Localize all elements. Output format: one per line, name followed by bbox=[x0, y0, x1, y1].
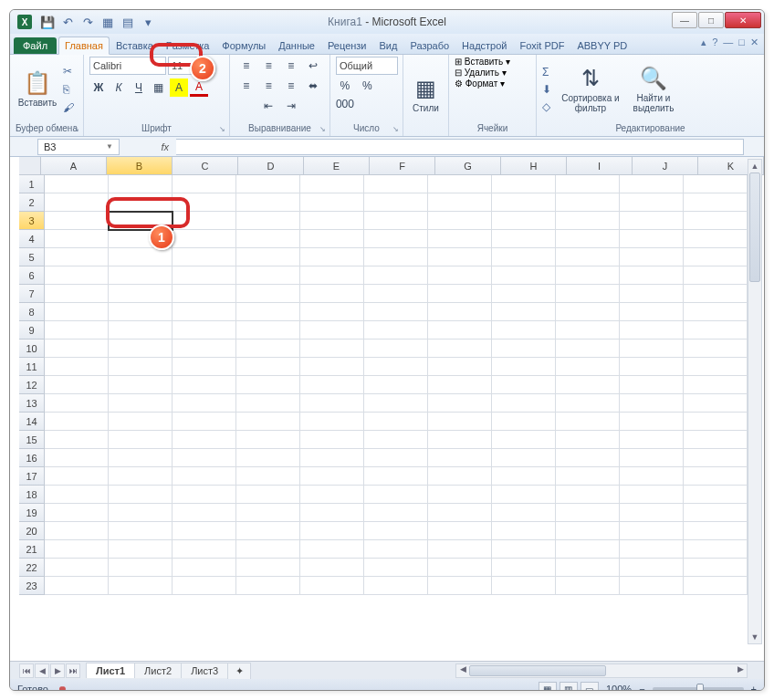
delete-cells-button[interactable]: ⊟ Удалить ▾ bbox=[455, 68, 507, 78]
doc-minimize-icon[interactable]: — bbox=[723, 37, 733, 48]
row-header-10[interactable]: 10 bbox=[19, 340, 45, 358]
row-header-5[interactable]: 5 bbox=[19, 248, 45, 266]
align-center-icon[interactable]: ≡ bbox=[259, 77, 277, 95]
cell-A12[interactable] bbox=[45, 376, 109, 394]
cell-A22[interactable] bbox=[45, 559, 109, 577]
cell-F3[interactable] bbox=[364, 212, 428, 230]
cell-H9[interactable] bbox=[492, 321, 556, 340]
cell-A18[interactable] bbox=[45, 486, 109, 504]
sheet-tab-2[interactable]: Лист2 bbox=[134, 663, 182, 678]
cell-C7[interactable] bbox=[173, 285, 236, 303]
font-dialog-icon[interactable]: ↘ bbox=[219, 125, 225, 133]
cell-C18[interactable] bbox=[173, 486, 236, 504]
scroll-right-icon[interactable]: ▶ bbox=[734, 664, 747, 677]
cell-A15[interactable] bbox=[45, 431, 109, 449]
cell-C10[interactable] bbox=[173, 340, 236, 358]
cell-H14[interactable] bbox=[492, 413, 556, 431]
cell-G14[interactable] bbox=[428, 413, 492, 431]
cell-J6[interactable] bbox=[620, 266, 684, 285]
formula-input[interactable] bbox=[176, 139, 744, 155]
cell-G15[interactable] bbox=[428, 431, 492, 449]
cell-D3[interactable] bbox=[236, 212, 300, 230]
cell-G16[interactable] bbox=[428, 449, 492, 467]
cell-H1[interactable] bbox=[492, 175, 556, 193]
cell-E2[interactable] bbox=[300, 193, 364, 212]
cell-D18[interactable] bbox=[236, 486, 300, 504]
qat-button-2[interactable]: ▤ bbox=[120, 14, 136, 30]
cell-I20[interactable] bbox=[556, 522, 620, 540]
cell-F2[interactable] bbox=[364, 193, 428, 212]
cell-D16[interactable] bbox=[236, 449, 300, 467]
col-header-D[interactable]: D bbox=[238, 157, 304, 175]
cell-A9[interactable] bbox=[45, 321, 109, 340]
cell-D22[interactable] bbox=[236, 559, 300, 577]
cell-I12[interactable] bbox=[556, 376, 620, 394]
row-header-11[interactable]: 11 bbox=[19, 358, 45, 376]
row-header-1[interactable]: 1 bbox=[19, 175, 45, 193]
cell-E18[interactable] bbox=[300, 486, 364, 504]
cell-F23[interactable] bbox=[364, 577, 428, 595]
cell-D23[interactable] bbox=[236, 577, 300, 595]
cell-D11[interactable] bbox=[236, 358, 300, 376]
col-header-I[interactable]: I bbox=[567, 157, 633, 175]
cell-F16[interactable] bbox=[364, 449, 428, 467]
sheet-nav-first-icon[interactable]: ⏮ bbox=[19, 663, 34, 678]
cell-H22[interactable] bbox=[492, 559, 556, 577]
cell-K14[interactable] bbox=[684, 413, 748, 431]
cell-A4[interactable] bbox=[45, 230, 109, 248]
underline-button[interactable]: Ч bbox=[130, 78, 148, 97]
cell-E3[interactable] bbox=[300, 212, 364, 230]
cell-C23[interactable] bbox=[173, 577, 236, 595]
cell-K11[interactable] bbox=[684, 358, 748, 376]
cell-E23[interactable] bbox=[300, 577, 364, 595]
undo-icon[interactable]: ↶ bbox=[59, 14, 76, 30]
tab-addins[interactable]: Надстрой bbox=[455, 37, 513, 54]
cell-B12[interactable] bbox=[109, 376, 173, 394]
redo-icon[interactable]: ↷ bbox=[79, 14, 96, 30]
cell-G19[interactable] bbox=[428, 504, 492, 522]
cell-D14[interactable] bbox=[236, 413, 300, 431]
col-header-B[interactable]: B bbox=[107, 157, 173, 175]
horizontal-scrollbar[interactable]: ◀ ▶ bbox=[455, 663, 748, 678]
fill-color-icon[interactable]: A bbox=[170, 78, 188, 97]
cell-D17[interactable] bbox=[236, 467, 300, 486]
cell-E13[interactable] bbox=[300, 394, 364, 413]
cell-G1[interactable] bbox=[428, 175, 492, 193]
cell-K12[interactable] bbox=[684, 376, 748, 394]
cell-A2[interactable] bbox=[45, 193, 109, 212]
cell-F8[interactable] bbox=[364, 303, 428, 321]
cell-K17[interactable] bbox=[684, 467, 748, 486]
cell-E8[interactable] bbox=[300, 303, 364, 321]
cell-K23[interactable] bbox=[684, 577, 748, 595]
cut-icon[interactable]: ✂ bbox=[63, 63, 74, 79]
tab-abbyy[interactable]: ABBYY PD bbox=[570, 37, 633, 54]
cell-C14[interactable] bbox=[173, 413, 236, 431]
cell-J12[interactable] bbox=[620, 376, 684, 394]
doc-close-icon[interactable]: ✕ bbox=[750, 37, 758, 48]
cell-G13[interactable] bbox=[428, 394, 492, 413]
cell-K3[interactable] bbox=[684, 212, 748, 230]
cell-I22[interactable] bbox=[556, 559, 620, 577]
fill-icon[interactable]: ⬇ bbox=[542, 81, 551, 98]
cell-C16[interactable] bbox=[173, 449, 236, 467]
cell-A8[interactable] bbox=[45, 303, 109, 321]
italic-button[interactable]: К bbox=[110, 78, 128, 97]
cell-K8[interactable] bbox=[684, 303, 748, 321]
cell-D15[interactable] bbox=[236, 431, 300, 449]
cell-G7[interactable] bbox=[428, 285, 492, 303]
autosum-icon[interactable]: Σ bbox=[542, 64, 551, 80]
cell-J10[interactable] bbox=[620, 340, 684, 358]
col-header-C[interactable]: C bbox=[173, 157, 238, 175]
cell-I19[interactable] bbox=[556, 504, 620, 522]
currency-icon[interactable]: % bbox=[336, 77, 354, 95]
cell-F20[interactable] bbox=[364, 522, 428, 540]
tab-developer[interactable]: Разрабо bbox=[403, 37, 455, 54]
cell-A23[interactable] bbox=[45, 577, 109, 595]
sheet-nav-next-icon[interactable]: ▶ bbox=[50, 663, 65, 678]
cell-I2[interactable] bbox=[556, 193, 620, 212]
cell-B23[interactable] bbox=[109, 577, 173, 595]
ribbon-caret-icon[interactable]: ▴ bbox=[701, 37, 706, 48]
hscroll-thumb[interactable] bbox=[469, 665, 606, 676]
paste-button[interactable]: 📋 Вставить bbox=[16, 60, 59, 119]
row-header-17[interactable]: 17 bbox=[19, 467, 45, 486]
